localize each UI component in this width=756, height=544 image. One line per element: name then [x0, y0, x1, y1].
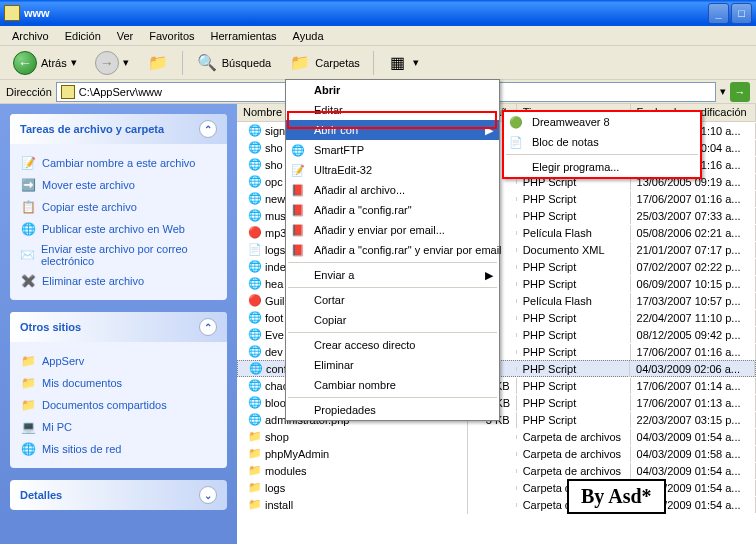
- menu-edicion[interactable]: Edición: [57, 28, 109, 44]
- ultraedit-icon: 📝: [290, 162, 306, 178]
- ctx-smartftp[interactable]: 🌐SmartFTP: [286, 140, 499, 160]
- search-button[interactable]: 🔍 Búsqueda: [189, 49, 279, 77]
- file-row[interactable]: 📁logsCarpeta de archivos04/03/2009 01:54…: [237, 479, 756, 496]
- file-row[interactable]: 📁shopCarpeta de archivos04/03/2009 01:54…: [237, 428, 756, 445]
- separator: [506, 154, 698, 155]
- file-name: modules: [265, 465, 307, 477]
- xml-icon: 📄: [247, 243, 263, 257]
- folder-icon: 📁: [247, 430, 263, 444]
- php-icon: 🌐: [247, 379, 263, 393]
- minimize-button[interactable]: _: [708, 3, 729, 24]
- task-link[interactable]: 📝Cambiar nombre a este archivo: [20, 152, 217, 174]
- separator: [182, 51, 183, 75]
- task-link[interactable]: ➡️Mover este archivo: [20, 174, 217, 196]
- ctx-anadir-config[interactable]: 📕Añadir a "config.rar": [286, 200, 499, 220]
- file-size: [468, 435, 517, 439]
- place-link[interactable]: 📁Mis documentos: [20, 372, 217, 394]
- sub-dreamweaver[interactable]: 🟢Dreamweaver 8: [504, 112, 700, 132]
- place-link[interactable]: 📁Documentos compartidos: [20, 394, 217, 416]
- php-icon: 🌐: [247, 328, 263, 342]
- places-panel-header[interactable]: Otros sitios ⌃: [10, 312, 227, 342]
- menu-ayuda[interactable]: Ayuda: [285, 28, 332, 44]
- task-icon: ✖️: [20, 273, 36, 289]
- php-icon: 🌐: [247, 413, 263, 427]
- folders-button[interactable]: 📁 Carpetas: [282, 49, 367, 77]
- task-icon: ➡️: [20, 177, 36, 193]
- separator: [288, 287, 497, 288]
- chevron-up-icon: ⌃: [199, 318, 217, 336]
- dropdown-icon: ▾: [71, 56, 77, 69]
- dropdown-icon[interactable]: ▾: [720, 85, 726, 98]
- file-name: sho: [265, 159, 283, 171]
- php-icon: 🌐: [247, 260, 263, 274]
- ctx-anadir-enviar[interactable]: 📕Añadir y enviar por email...: [286, 220, 499, 240]
- folder-icon: [4, 5, 20, 21]
- sub-elegir-programa[interactable]: Elegir programa...: [504, 157, 700, 177]
- task-link[interactable]: ✖️Eliminar este archivo: [20, 270, 217, 292]
- ctx-propiedades[interactable]: Propiedades: [286, 400, 499, 420]
- ctx-ultraedit[interactable]: 📝UltraEdit-32: [286, 160, 499, 180]
- address-label: Dirección: [6, 86, 52, 98]
- file-row[interactable]: 📁installCarpeta de archivos04/03/2009 01…: [237, 496, 756, 513]
- file-date: 17/06/2007 01:16 a...: [631, 344, 756, 360]
- file-size: [468, 452, 517, 456]
- rar-icon: 📕: [290, 242, 306, 258]
- sidebar: Tareas de archivo y carpeta ⌃ 📝Cambiar n…: [0, 104, 237, 544]
- file-type: Carpeta de archivos: [517, 446, 631, 462]
- ctx-abrir[interactable]: Abrir: [286, 80, 499, 100]
- task-link[interactable]: 📋Copiar este archivo: [20, 196, 217, 218]
- tasks-panel-header[interactable]: Tareas de archivo y carpeta ⌃: [10, 114, 227, 144]
- dropdown-icon: ▾: [123, 56, 129, 69]
- up-button[interactable]: 📁: [140, 49, 176, 77]
- ctx-abrir-con[interactable]: Abrir con▶: [286, 120, 499, 140]
- file-name: inde: [265, 261, 286, 273]
- php-icon: 🌐: [247, 311, 263, 325]
- details-panel-header[interactable]: Detalles ⌄: [10, 480, 227, 510]
- ctx-acceso-directo[interactable]: Crear acceso directo: [286, 335, 499, 355]
- menu-herramientas[interactable]: Herramientas: [203, 28, 285, 44]
- file-date: 17/06/2007 01:14 a...: [631, 378, 756, 394]
- file-name: sign: [265, 125, 285, 137]
- view-button[interactable]: ▦ ▾: [380, 49, 426, 77]
- ctx-anadir-config-enviar[interactable]: 📕Añadir a "config.rar" y enviar por emai…: [286, 240, 499, 260]
- file-type: Carpeta de archivos: [517, 463, 631, 479]
- menu-ver[interactable]: Ver: [109, 28, 142, 44]
- ctx-cambiar-nombre[interactable]: Cambiar nombre: [286, 375, 499, 395]
- back-button[interactable]: ← Atrás ▾: [6, 48, 84, 78]
- menu-favoritos[interactable]: Favoritos: [141, 28, 202, 44]
- file-date: 21/01/2007 07:17 p...: [631, 242, 756, 258]
- titlebar: www _ □: [0, 0, 756, 26]
- place-link[interactable]: 💻Mi PC: [20, 416, 217, 438]
- ctx-copiar[interactable]: Copiar: [286, 310, 499, 330]
- place-link[interactable]: 🌐Mis sitios de red: [20, 438, 217, 460]
- dreamweaver-icon: 🟢: [508, 114, 524, 130]
- maximize-button[interactable]: □: [731, 3, 752, 24]
- place-icon: 📁: [20, 397, 36, 413]
- menu-archivo[interactable]: Archivo: [4, 28, 57, 44]
- ctx-enviar-a[interactable]: Enviar a▶: [286, 265, 499, 285]
- rar-icon: 📕: [290, 182, 306, 198]
- ctx-anadir-archivo[interactable]: 📕Añadir al archivo...: [286, 180, 499, 200]
- ctx-cortar[interactable]: Cortar: [286, 290, 499, 310]
- ctx-editar[interactable]: Editar: [286, 100, 499, 120]
- go-button[interactable]: →: [730, 82, 750, 102]
- file-type: PHP Script: [517, 327, 631, 343]
- ctx-eliminar[interactable]: Eliminar: [286, 355, 499, 375]
- file-type: Documento XML: [517, 242, 631, 258]
- sub-bloc-notas[interactable]: 📄Bloc de notas: [504, 132, 700, 152]
- php-icon: 🌐: [247, 345, 263, 359]
- file-name: install: [265, 499, 293, 511]
- task-icon: 🌐: [20, 221, 36, 237]
- folder-icon: 📁: [247, 498, 263, 512]
- place-link[interactable]: 📁AppServ: [20, 350, 217, 372]
- task-link[interactable]: 🌐Publicar este archivo en Web: [20, 218, 217, 240]
- file-row[interactable]: 📁phpMyAdminCarpeta de archivos04/03/2009…: [237, 445, 756, 462]
- file-row[interactable]: 📁modulesCarpeta de archivos04/03/2009 01…: [237, 462, 756, 479]
- back-icon: ←: [13, 51, 37, 75]
- php-icon: 🌐: [247, 141, 263, 155]
- php-icon: 🌐: [247, 158, 263, 172]
- file-name: hea: [265, 278, 283, 290]
- file-date: 22/03/2007 03:15 p...: [631, 412, 756, 428]
- task-link[interactable]: ✉️Enviar este archivo por correo electró…: [20, 240, 217, 270]
- forward-button[interactable]: → ▾: [88, 48, 136, 78]
